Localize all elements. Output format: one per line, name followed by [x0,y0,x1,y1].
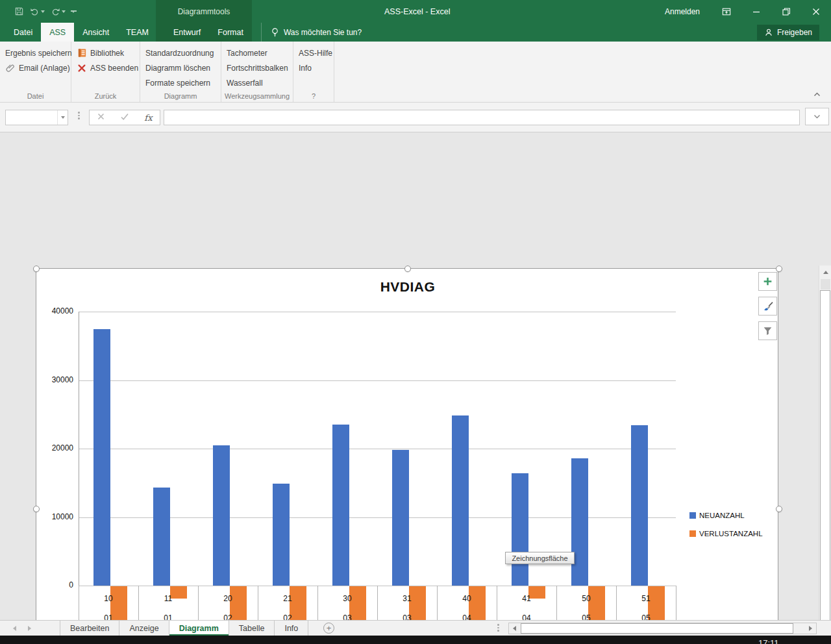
enter-check-icon[interactable] [120,112,129,123]
category-label: 11 [138,594,198,604]
title-bar: Diagrammtools ASS-Excel - Excel [0,0,831,42]
chart-filters-button[interactable] [758,321,777,340]
neuanzahl-bar[interactable] [571,458,588,586]
ribbon-group-label: Werkzeugsammlung [221,92,293,100]
y-axis-tick-label: 20000 [36,443,73,452]
sheet-nav-right-icon[interactable] [28,626,31,631]
neuanzahl-bar[interactable] [213,445,230,586]
selection-handle-top-left[interactable] [33,266,40,272]
minimize-button[interactable] [741,0,771,23]
legend-swatch [689,512,696,519]
formula-input-field[interactable] [164,110,799,125]
scroll-right-icon[interactable] [805,623,816,634]
y-axis-tick-label: 40000 [36,306,73,316]
selection-handle-left-middle[interactable] [33,506,40,512]
cancel-icon[interactable] [97,112,105,123]
sheet-tab-info[interactable]: Info [275,621,308,636]
ribbon-button-formate-speichern[interactable]: Formate speichern [140,75,221,90]
horizontal-scroll-thumb[interactable] [521,623,793,634]
ribbon-button-standardzuordnung[interactable]: Standardzuordnung [140,45,221,60]
chart-legend[interactable]: NEUANZAHLVERLUSTANZAHL [689,510,778,547]
tab-entwurf[interactable]: Entwurf [165,23,209,42]
vertical-scroll-thumb[interactable] [820,290,830,644]
tab-bar-grip[interactable] [497,624,499,632]
ribbon-button-diagramm-löschen[interactable]: Diagramm löschen [140,60,221,75]
selection-handle-top-right[interactable] [776,266,782,272]
tab-ansicht[interactable]: Ansicht [74,23,118,42]
y-axis-tick-label: 10000 [36,512,73,521]
ribbon-button-label: Diagramm löschen [145,64,210,73]
tell-me-search[interactable]: Was möchten Sie tun? [261,23,362,42]
selection-handle-top-middle[interactable] [404,266,411,272]
sheet-tab-bar: BearbeitenAnzeigeDiagrammTabelleInfo + [0,620,831,636]
name-box-input[interactable] [6,110,57,125]
sign-in-button[interactable]: Anmelden [653,0,712,23]
horizontal-scrollbar[interactable] [508,623,817,634]
neuanzahl-bar[interactable] [273,484,290,586]
category-label: 30 [317,594,377,604]
ribbon-button-info[interactable]: Info [293,60,334,75]
share-button[interactable]: Freigeben [757,25,819,40]
neuanzahl-bar[interactable] [153,488,170,586]
taskbar-clock: 17:11 [758,638,779,644]
ribbon-button-ergebnis-speichern[interactable]: Ergebnis speichern [0,45,71,60]
neuanzahl-bar[interactable] [93,329,110,586]
tab-ass[interactable]: ASS [41,23,74,42]
undo-icon[interactable] [30,6,45,16]
ribbon-button-bibliothek[interactable]: Bibliothek [71,45,140,60]
expand-formula-bar-icon[interactable] [805,108,829,125]
sheet-nav-left-icon[interactable] [13,626,16,631]
ribbon-button-ass-hilfe[interactable]: ASS-Hilfe [293,45,334,60]
scroll-left-icon[interactable] [509,623,520,634]
legend-entry-neuanzahl[interactable]: NEUANZAHL [689,510,778,521]
insert-function-icon[interactable]: fx [144,113,152,123]
tab-datei[interactable]: Datei [5,23,41,42]
formula-bar-grip[interactable] [78,112,80,119]
legend-entry-verlustanzahl[interactable]: VERLUSTANZAHL [689,528,778,539]
neuanzahl-bar[interactable] [452,415,469,586]
selection-handle-right-middle[interactable] [776,506,782,512]
collapse-ribbon-icon[interactable] [812,90,822,99]
gridline [79,449,676,449]
redo-icon[interactable] [51,6,66,16]
neuanzahl-bar[interactable] [392,450,409,586]
save-icon[interactable] [14,6,24,16]
new-sheet-icon[interactable]: + [323,623,334,634]
ribbon-display-options-icon[interactable] [712,0,741,23]
close-button[interactable] [801,0,831,23]
tab-team[interactable]: TEAM [118,23,157,42]
ribbon-group-datei: Ergebnis speichernEmail (Anlage)Datei [0,42,71,102]
ribbon-group-?: ASS-HilfeInfo? [293,42,334,102]
chart-title[interactable]: HVDIAG [36,279,779,295]
sheet-tab-anzeige[interactable]: Anzeige [119,621,169,636]
neuanzahl-bar[interactable] [512,473,528,586]
chart-styles-button[interactable] [758,297,777,316]
sheet-tab-diagramm[interactable]: Diagramm [169,621,229,636]
share-label: Freigeben [777,28,812,37]
ribbon-button-fortschrittsbalken[interactable]: Fortschrittsbalken [221,60,293,75]
category-label: 10 [79,594,138,604]
category-label: 31 [377,594,437,604]
restore-button[interactable] [771,0,801,23]
chart-area[interactable]: HVDIAG 400003000020000100000-10000-20000… [36,268,778,644]
chart-elements-button[interactable] [758,272,777,291]
name-box[interactable] [5,110,68,125]
sheet-tab-tabelle[interactable]: Tabelle [229,621,275,636]
neuanzahl-bar[interactable] [332,425,349,586]
scroll-up-icon[interactable] [819,266,831,279]
vertical-scrollbar[interactable] [819,266,831,644]
tab-format[interactable]: Format [209,23,252,42]
customize-qat-icon[interactable] [71,10,75,13]
ribbon-button-email-anlage[interactable]: Email (Anlage) [0,60,71,75]
ribbon-button-ass-beenden[interactable]: ASS beenden [71,60,140,75]
formula-input[interactable] [164,110,800,125]
ribbon-button-wasserfall[interactable]: Wasserfall [221,75,293,90]
ribbon-button-tachometer[interactable]: Tachometer [221,45,293,60]
undo-dropdown-caret[interactable] [41,10,45,13]
neuanzahl-bar[interactable] [631,425,648,586]
vertical-scroll-track[interactable] [821,279,830,290]
redo-dropdown-caret[interactable] [62,10,66,13]
ribbon-button-label: Info [299,64,312,73]
name-box-dropdown-icon[interactable] [57,110,68,125]
sheet-tab-bearbeiten[interactable]: Bearbeiten [60,621,119,636]
